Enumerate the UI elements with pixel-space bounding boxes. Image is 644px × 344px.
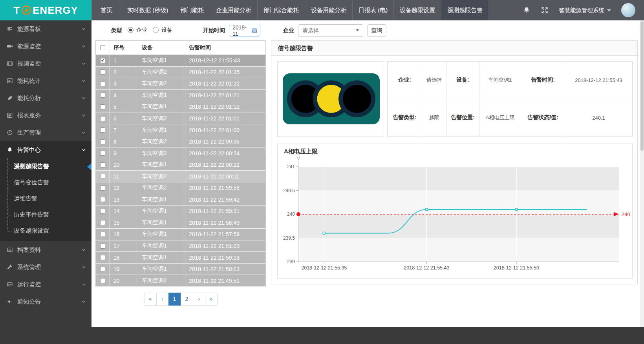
row-checkbox[interactable] xyxy=(100,232,105,237)
fullscreen-icon[interactable] xyxy=(541,6,549,14)
nav-item[interactable]: 设备用能分析 xyxy=(305,0,353,20)
type-radio-option[interactable]: 设备 xyxy=(153,27,172,34)
table-row[interactable]: 13车间空调12018-11-22 21:59:42 xyxy=(96,194,265,206)
sidebar-subitem[interactable]: 遥测越限告警 xyxy=(0,158,91,175)
table-row[interactable]: ✔1车间空调12018-12-12 21:55:43 xyxy=(96,55,265,67)
row-checkbox[interactable] xyxy=(100,197,105,202)
sidebar-item[interactable]: 生产管理 xyxy=(0,124,91,141)
select-all-checkbox[interactable] xyxy=(100,45,105,50)
select-all-cell xyxy=(96,41,110,55)
sidebar-subitem[interactable]: 设备越限设置 xyxy=(0,223,91,239)
row-checkbox[interactable] xyxy=(100,116,105,121)
row-checkbox[interactable] xyxy=(100,209,105,214)
row-checkbox[interactable] xyxy=(100,151,105,156)
row-checkbox[interactable]: ✔ xyxy=(100,58,105,63)
start-time-input[interactable]: 2018-11 xyxy=(229,25,260,36)
row-checkbox[interactable] xyxy=(100,69,105,75)
nav-item[interactable]: 部门综合能耗 xyxy=(258,0,305,20)
page-button[interactable]: 2 xyxy=(181,293,193,306)
row-checkbox[interactable] xyxy=(100,267,105,272)
sidebar-item[interactable]: 报表服务 xyxy=(0,107,91,124)
user-avatar[interactable] xyxy=(621,3,635,17)
company-select-value: 请选择 xyxy=(302,27,319,34)
sidebar-item[interactable]: 告警中心 xyxy=(0,141,91,158)
row-checkbox[interactable] xyxy=(100,174,105,179)
table-row[interactable]: 6车间空调22018-11-22 22:01:01 xyxy=(96,113,265,125)
row-checkbox[interactable] xyxy=(100,244,105,249)
page-button[interactable]: 1 xyxy=(168,293,181,306)
film-icon xyxy=(7,60,13,67)
system-name-menu[interactable]: 智慧能源管理系统 xyxy=(559,7,611,14)
nav-item[interactable]: 实时数据 (秒级) xyxy=(121,0,174,20)
row-checkbox[interactable] xyxy=(100,93,105,98)
row-checkbox[interactable] xyxy=(100,127,105,133)
table-row[interactable]: 20车间空调22018-11-22 21:49:51 xyxy=(96,275,265,287)
sidebar-item[interactable]: 运行监控 xyxy=(0,276,91,293)
alarm-detail-panel: 信号越限告警 企业:请选择设备:车间空调1告警时间:2018-12-12 21:… xyxy=(271,40,638,284)
sidebar-item[interactable]: 能源监控 xyxy=(0,38,91,55)
sidebar-item[interactable]: 能耗统计 xyxy=(0,72,91,89)
nav-item[interactable]: 遥测越限告警 xyxy=(441,0,489,20)
nav-item[interactable]: 部门能耗 xyxy=(174,0,210,20)
nav-item[interactable]: 日报表 (电) xyxy=(353,0,394,20)
row-checkbox[interactable] xyxy=(100,81,105,86)
table-row[interactable]: 2车间空调22018-11-22 22:01:35 xyxy=(96,67,265,78)
cell-time: 2018-11-22 21:59:31 xyxy=(185,206,265,217)
cell-no: 9 xyxy=(110,147,138,159)
table-row[interactable]: 11车间空调22018-11-22 22:00:11 xyxy=(96,171,265,182)
app-logo[interactable]: T ENERGY xyxy=(0,0,91,20)
table-row[interactable]: 19车间空调12018-11-22 21:50:03 xyxy=(96,264,265,275)
sidebar-item[interactable]: 能源看板 xyxy=(0,20,91,38)
leaf-icon xyxy=(7,95,13,101)
table-row[interactable]: 3车间空调22018-11-22 22:01:22 xyxy=(96,78,265,90)
table-row[interactable]: 16车间空调12018-11-22 21:57:59 xyxy=(96,229,265,240)
sidebar-item[interactable]: 通知公告 xyxy=(0,293,91,310)
table-row[interactable]: 18车间空调12018-11-22 21:50:13 xyxy=(96,252,265,264)
last-page-button[interactable]: » xyxy=(205,293,218,306)
table-row[interactable]: 7车间空调12018-11-22 22:01:00 xyxy=(96,124,265,136)
sidebar-subitem[interactable]: 运维告警 xyxy=(0,191,91,207)
scrollbar-thumb[interactable] xyxy=(640,21,644,151)
sidebar-subitem[interactable]: 信号变位告警 xyxy=(0,175,91,191)
company-select[interactable]: 请选择 xyxy=(298,24,363,37)
next-page-button[interactable]: › xyxy=(193,293,205,306)
table-row[interactable]: 8车间空调22018-11-22 22:00:36 xyxy=(96,136,265,148)
table-row[interactable]: 4车间空调12018-11-22 22:01:21 xyxy=(96,90,265,102)
svg-text:239: 239 xyxy=(287,259,295,264)
sidebar-item-label: 能源看板 xyxy=(17,25,81,33)
row-checkbox[interactable] xyxy=(100,255,105,260)
type-radio-option[interactable]: 企业 xyxy=(128,27,147,34)
table-row[interactable]: 17车间空调12018-11-22 21:51:03 xyxy=(96,240,265,252)
cell-no: 7 xyxy=(110,124,138,136)
row-checkbox[interactable] xyxy=(100,162,105,167)
row-checkbox[interactable] xyxy=(100,139,105,144)
topbar-right: 智慧能源管理系统 xyxy=(523,0,644,20)
sidebar-item[interactable]: 视频监控 xyxy=(0,55,91,72)
first-page-button[interactable]: « xyxy=(144,293,157,306)
svg-text:240: 240 xyxy=(622,211,630,217)
nav-item[interactable]: 设备越限设置 xyxy=(394,0,441,20)
nav-item[interactable]: 企业用能分析 xyxy=(210,0,258,20)
row-checkbox[interactable] xyxy=(100,278,105,283)
table-row[interactable]: 12车间空调22018-11-22 21:59:58 xyxy=(96,182,265,194)
server-icon xyxy=(7,281,13,288)
table-row[interactable]: 14车间空调12018-11-22 21:59:31 xyxy=(96,206,265,217)
sidebar-item[interactable]: 能耗分析 xyxy=(0,89,91,107)
table-row[interactable]: 15车间空调12018-11-22 21:58:49 xyxy=(96,217,265,229)
cell-time: 2018-11-22 22:01:21 xyxy=(185,90,265,102)
sidebar-item[interactable]: 系统管理 xyxy=(0,258,91,276)
table-row[interactable]: 9车间空调22018-11-22 22:00:24 xyxy=(96,147,265,159)
table-row[interactable]: 10车间空调12018-11-22 22:00:22 xyxy=(96,159,265,171)
prev-page-button[interactable]: ‹ xyxy=(156,293,169,306)
scrollbar-track[interactable] xyxy=(640,20,644,327)
sidebar-item[interactable]: 档案资料 xyxy=(0,241,91,258)
search-button[interactable]: 查询 xyxy=(367,24,386,37)
row-checkbox[interactable] xyxy=(100,220,105,225)
cell-no: 10 xyxy=(110,159,138,171)
nav-item[interactable]: 首页 xyxy=(91,0,121,20)
table-row[interactable]: 5车间空调12018-11-22 22:01:12 xyxy=(96,101,265,113)
sidebar-subitem[interactable]: 历史事件告警 xyxy=(0,207,91,223)
row-checkbox[interactable] xyxy=(100,104,105,109)
row-checkbox[interactable] xyxy=(100,186,105,191)
notifications-bell-icon[interactable] xyxy=(523,6,531,14)
